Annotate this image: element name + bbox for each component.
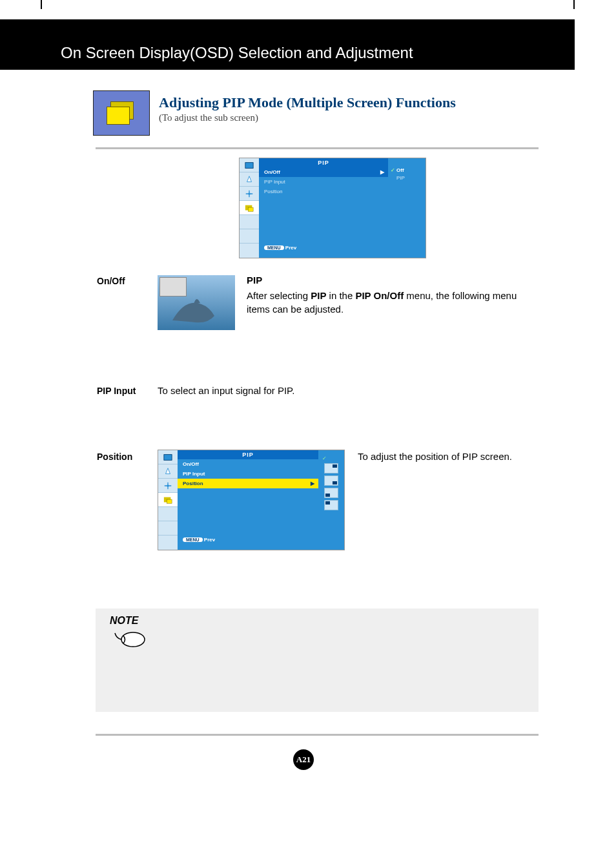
- section-subtitle: (To adjust the sub screen): [159, 112, 546, 123]
- page-number: A21: [293, 749, 314, 770]
- note-label: NOTE: [110, 615, 138, 627]
- osd-tab-picture-icon: [240, 158, 259, 172]
- position-bottomright-icon: [324, 475, 338, 486]
- osd-tab-blank: [240, 215, 259, 229]
- divider: [96, 147, 539, 150]
- osd-item-position: Position: [259, 187, 388, 196]
- svg-point-5: [167, 484, 169, 487]
- section-hero: Adjusting PIP Mode (Multiple Screen) Fun…: [93, 90, 150, 136]
- position-description: To adjust the position of PIP screen.: [358, 451, 512, 462]
- osd-option-off: ✓Off: [391, 167, 423, 173]
- crop-marks: [0, 0, 616, 19]
- osd-item-onoff: On/Off▶: [259, 167, 388, 177]
- osd-tab-column: [240, 158, 259, 258]
- svg-rect-0: [245, 162, 253, 168]
- pipinput-description: To select an input signal for PIP.: [158, 385, 294, 396]
- osd-tab-column: [158, 450, 178, 550]
- row-position: Position: [97, 451, 132, 463]
- dolphin-icon: [169, 285, 227, 330]
- svg-point-1: [248, 193, 251, 195]
- osd-position-icons: ✓: [318, 450, 344, 550]
- arrow-right-icon: ▶: [311, 481, 314, 486]
- svg-rect-7: [167, 499, 172, 503]
- row-pipinput: PIP Input: [97, 385, 136, 397]
- svg-rect-4: [164, 454, 172, 460]
- section-title: Adjusting PIP Mode (Multiple Screen) Fun…: [159, 94, 546, 111]
- divider: [96, 734, 539, 736]
- osd-options-column: ✓Off ✓PIP: [388, 158, 426, 258]
- osd-screenshot-position: PIP On/Off PIP Input Position▶ MENU Prev…: [158, 450, 345, 550]
- mouse-icon: [114, 629, 146, 650]
- osd-item-pipinput: PIP Input: [178, 469, 318, 479]
- onoff-desc-text: After selecting PIP in the PIP On/Off me…: [247, 289, 524, 316]
- osd-tab-color-icon: [240, 172, 259, 187]
- osd-footer: MENU Prev: [178, 535, 318, 545]
- osd-item-pipinput: PIP Input: [259, 177, 388, 187]
- osd-tab-pip-icon: [158, 493, 178, 507]
- osd-footer: MENU Prev: [259, 243, 388, 253]
- osd-tab-blank: [240, 244, 259, 258]
- header-bar: On Screen Display(OSD) Selection and Adj…: [0, 19, 575, 70]
- label-pipinput: PIP Input: [97, 386, 136, 396]
- row-onoff: On/Off: [97, 275, 125, 287]
- osd-option-pip: ✓PIP: [391, 175, 423, 181]
- svg-rect-3: [248, 207, 253, 211]
- label-position: Position: [97, 452, 132, 462]
- osd-tab-picture-icon: [158, 450, 178, 464]
- osd-tab-blank: [158, 507, 178, 521]
- osd-screenshot-onoff: PIP On/Off▶ PIP Input Position MENU Prev…: [239, 158, 426, 258]
- osd-tab-blank: [240, 229, 259, 244]
- pip-example-image: [158, 275, 235, 330]
- pip-section-icon: [93, 90, 150, 136]
- pip-sublabel: PIP: [247, 274, 524, 287]
- note-box: NOTE: [96, 609, 539, 712]
- osd-item-onoff: On/Off: [178, 459, 318, 469]
- position-bottomleft-icon: [324, 488, 338, 498]
- osd-tab-blank: [158, 536, 178, 550]
- osd-tab-blank: [158, 521, 178, 536]
- label-onoff: On/Off: [97, 276, 125, 286]
- arrow-right-icon: ▶: [380, 169, 384, 175]
- position-topright-icon: [324, 463, 338, 474]
- position-topleft-icon: [324, 500, 338, 510]
- osd-tab-pip-icon: [240, 201, 259, 215]
- osd-menu-title: PIP: [259, 158, 388, 167]
- page-title: On Screen Display(OSD) Selection and Adj…: [0, 19, 575, 62]
- check-icon: ✓: [391, 167, 395, 173]
- osd-tab-tracking-icon: [158, 479, 178, 493]
- osd-tab-color-icon: [158, 464, 178, 479]
- osd-item-position: Position▶: [178, 479, 318, 488]
- osd-menu-title: PIP: [178, 450, 318, 459]
- osd-tab-tracking-icon: [240, 187, 259, 201]
- check-icon: ✓: [322, 455, 327, 461]
- onoff-description: PIP After selecting PIP in the PIP On/Of…: [247, 274, 524, 316]
